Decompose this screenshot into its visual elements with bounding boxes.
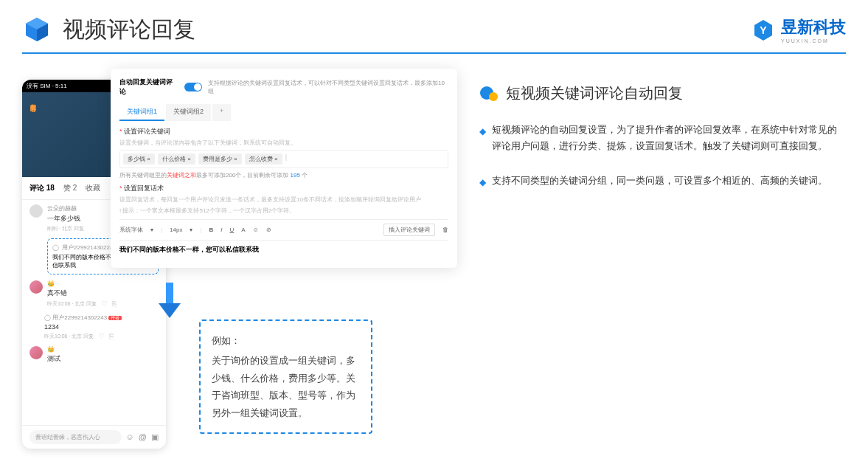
brand-logo: Y 昱新科技 YUUXIN.COM <box>751 16 846 44</box>
svg-rect-1 <box>166 283 173 305</box>
comment-input[interactable]: 善语结善缘，恶言伤人心 <box>29 430 122 444</box>
bullet-point: ◆ 短视频评论的自动回复设置，为了提升作者的评论回复效率，在系统中针对常见的评论… <box>479 122 846 154</box>
svg-text:Y: Y <box>760 24 767 36</box>
arrow-down-icon <box>159 283 181 319</box>
image-icon[interactable]: ▣ <box>151 432 159 442</box>
keyword-chips[interactable]: 多少钱 × 什么价格 × 费用是多少 × 怎么收费 × | <box>119 150 448 168</box>
tab-comments[interactable]: 评论 18 <box>29 183 55 193</box>
emoji-icon[interactable]: ☺ <box>126 432 134 442</box>
section-title: 短视频关键词评论自动回复 <box>506 83 683 103</box>
page-title: 视频评论回复 <box>63 15 195 45</box>
auto-reply-toggle[interactable] <box>184 83 202 91</box>
keyword-settings-panel: 自动回复关键词评论 支持根据评论的关键词设置回复话术，可以针对不同类型关键词设置… <box>111 69 457 268</box>
chat-bubble-icon <box>479 84 499 103</box>
keyword-group-tab[interactable]: 关键词组2 <box>166 104 211 121</box>
tab-fav[interactable]: 收藏 <box>86 183 100 193</box>
cube-icon <box>22 15 52 45</box>
add-group-tab[interactable]: + <box>212 104 231 121</box>
bullet-point: ◆ 支持不同类型的关键词分组，同一类问题，可设置多个相近的、高频的关键词。 <box>479 173 846 190</box>
delete-icon[interactable]: 🗑 <box>442 227 448 233</box>
keyword-group-tab[interactable]: 关键词组1 <box>119 104 164 121</box>
insert-keyword-button[interactable]: 插入评论关键词 <box>383 224 435 236</box>
example-callout: 例如： 关于询价的设置成一组关键词，多少钱、什么价格，费用多少等。关于咨询班型、… <box>199 319 372 434</box>
tab-likes[interactable]: 赞 2 <box>63 183 77 193</box>
at-icon[interactable]: @ <box>139 432 147 442</box>
header-divider <box>22 52 846 54</box>
svg-point-3 <box>489 92 498 101</box>
reply-content[interactable]: 我们不同的版本价格不一样，您可以私信联系我 <box>119 241 448 259</box>
